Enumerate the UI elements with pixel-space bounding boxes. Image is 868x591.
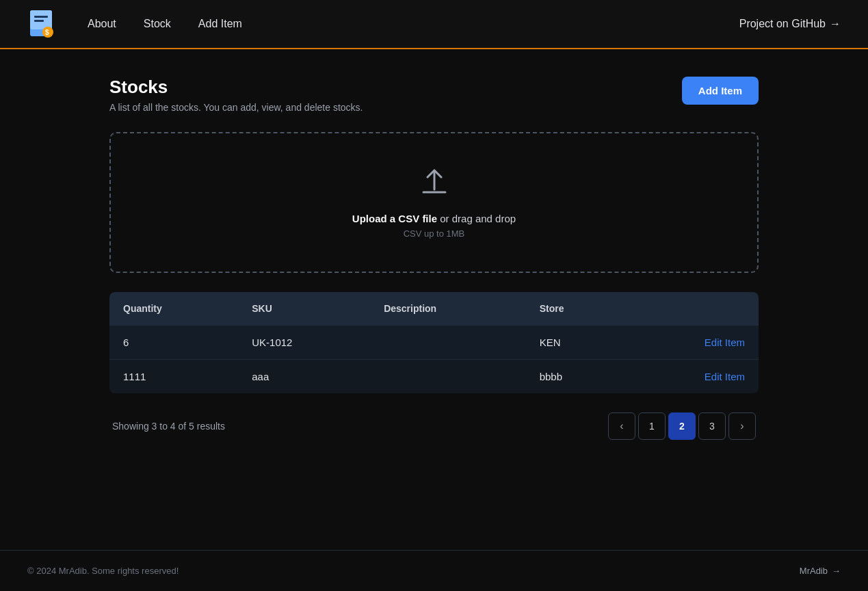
footer-arrow-icon: → <box>832 566 841 576</box>
svg-rect-2 <box>34 16 48 18</box>
pagination-next[interactable]: › <box>728 412 756 440</box>
col-sku: SKU <box>238 292 370 326</box>
page-header: Stocks A list of all the stocks. You can… <box>109 77 759 113</box>
github-link-label: Project on GitHub <box>739 18 826 30</box>
page-title: Stocks <box>109 77 363 98</box>
github-arrow-icon: → <box>830 18 841 30</box>
cell-sku-1: UK-1012 <box>238 326 370 360</box>
pagination-page-1[interactable]: 1 <box>638 412 666 440</box>
col-store: Store <box>526 292 627 326</box>
pagination-area: Showing 3 to 4 of 5 results ‹ 1 2 3 › <box>109 412 759 440</box>
nav-about[interactable]: About <box>88 18 116 30</box>
navbar-left: $ About Stock Add Item <box>27 9 242 39</box>
col-actions <box>627 292 759 326</box>
upload-rest-text: or drag and drop <box>437 213 516 224</box>
cell-store-2: bbbb <box>526 360 627 394</box>
cell-store-1: KEN <box>526 326 627 360</box>
stocks-table: Quantity SKU Description Store 6 UK-1012… <box>109 292 759 393</box>
pagination-info: Showing 3 to 4 of 5 results <box>112 421 225 432</box>
footer-link-label: MrAdib <box>800 566 828 576</box>
col-quantity: Quantity <box>109 292 238 326</box>
svg-rect-3 <box>34 20 44 22</box>
footer-link[interactable]: MrAdib → <box>800 566 841 576</box>
nav-stock[interactable]: Stock <box>144 18 171 30</box>
table-row: 6 UK-1012 KEN Edit Item <box>109 326 759 360</box>
upload-main-text: Upload a CSV file or drag and drop <box>352 213 516 224</box>
edit-item-button-2[interactable]: Edit Item <box>705 371 745 382</box>
table-row: 1111 aaa bbbb Edit Item <box>109 360 759 394</box>
pagination-controls: ‹ 1 2 3 › <box>608 412 756 440</box>
cell-description-2 <box>370 360 526 394</box>
table-header: Quantity SKU Description Store <box>109 292 759 326</box>
upload-icon <box>418 166 451 202</box>
page-title-group: Stocks A list of all the stocks. You can… <box>109 77 363 113</box>
footer: © 2024 MrAdib. Some rights reserved! MrA… <box>0 550 868 591</box>
cell-sku-2: aaa <box>238 360 370 394</box>
svg-text:$: $ <box>45 29 49 36</box>
footer-copyright: © 2024 MrAdib. Some rights reserved! <box>27 566 179 576</box>
table-body: 6 UK-1012 KEN Edit Item 1111 aaa bbbb Ed… <box>109 326 759 394</box>
pagination-prev[interactable]: ‹ <box>608 412 635 440</box>
nav-links: About Stock Add Item <box>88 18 242 30</box>
page-subtitle: A list of all the stocks. You can add, v… <box>109 102 363 113</box>
pagination-page-3[interactable]: 3 <box>698 412 726 440</box>
cell-description-1 <box>370 326 526 360</box>
cell-action-1: Edit Item <box>627 326 759 360</box>
cell-action-2: Edit Item <box>627 360 759 394</box>
upload-bold-text: Upload a CSV file <box>352 213 437 224</box>
cell-quantity-2: 1111 <box>109 360 238 394</box>
upload-area[interactable]: Upload a CSV file or drag and drop CSV u… <box>109 132 759 273</box>
pagination-page-2[interactable]: 2 <box>668 412 696 440</box>
app-logo-icon: $ <box>27 9 55 39</box>
nav-add-item[interactable]: Add Item <box>198 18 242 30</box>
table-container: Quantity SKU Description Store 6 UK-1012… <box>109 292 759 393</box>
main-content: Stocks A list of all the stocks. You can… <box>0 49 868 550</box>
edit-item-button-1[interactable]: Edit Item <box>705 337 745 348</box>
add-item-button[interactable]: Add Item <box>682 77 759 105</box>
navbar: $ About Stock Add Item Project on GitHub… <box>0 0 868 49</box>
col-description: Description <box>370 292 526 326</box>
table-header-row: Quantity SKU Description Store <box>109 292 759 326</box>
logo-area: $ <box>27 9 55 39</box>
cell-quantity-1: 6 <box>109 326 238 360</box>
upload-hint-text: CSV up to 1MB <box>404 228 465 239</box>
github-link[interactable]: Project on GitHub → <box>739 18 841 30</box>
